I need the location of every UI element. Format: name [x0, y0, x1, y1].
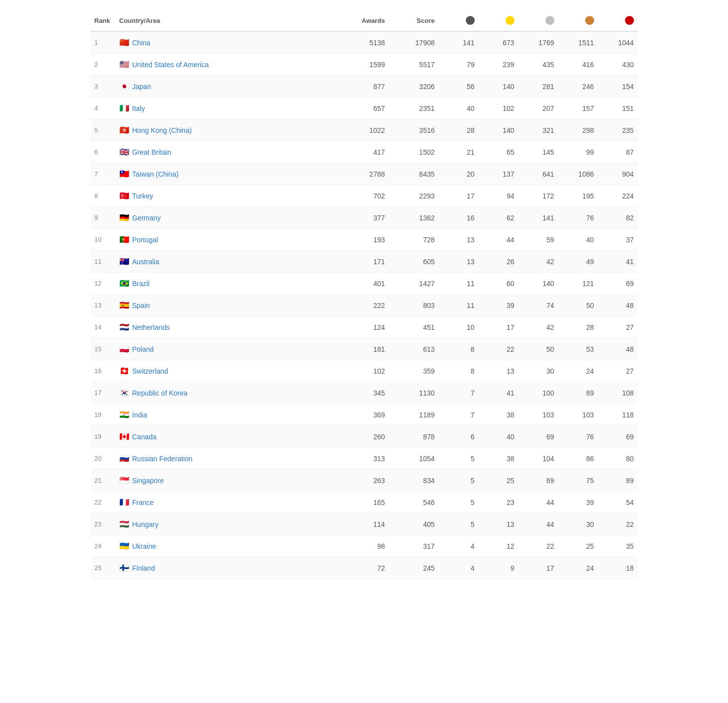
country-name-link[interactable]: Singapore: [132, 477, 164, 485]
m1-cell: 7: [439, 404, 479, 426]
country-cell: 🇹🇷Turkey: [115, 185, 339, 207]
m4-cell: 246: [558, 76, 598, 98]
awards-cell: 1599: [339, 54, 389, 76]
country-name-link[interactable]: Netherlands: [132, 323, 170, 331]
awards-header: Awards: [339, 10, 389, 31]
medal-3-header: [519, 10, 558, 31]
rankings-table-container: Rank Country/Area Awards Score: [91, 0, 638, 589]
awards-cell: 5138: [339, 31, 389, 54]
country-flag: 🇹🇼: [119, 170, 129, 178]
country-name-link[interactable]: Portugal: [132, 236, 158, 244]
m5-cell: 48: [598, 295, 638, 316]
country-name-link[interactable]: Finland: [132, 564, 155, 572]
country-name-link[interactable]: Australia: [132, 258, 159, 266]
m3-cell: 42: [519, 251, 558, 273]
country-name-link[interactable]: Canada: [132, 433, 157, 441]
table-row: 9 🇩🇪Germany 377 1362 16 62 141 76 82: [91, 207, 638, 229]
table-row: 25 🇫🇮Finland 72 245 4 9 17 24 18: [91, 557, 638, 579]
m5-cell: 35: [598, 535, 638, 557]
country-name-link[interactable]: China: [132, 39, 151, 47]
m1-cell: 16: [439, 207, 479, 229]
m1-cell: 11: [439, 295, 479, 316]
score-cell: 3206: [389, 76, 439, 98]
score-cell: 834: [389, 470, 439, 492]
m1-cell: 141: [439, 31, 479, 54]
m2-cell: 23: [479, 492, 519, 513]
rank-cell: 13: [91, 295, 115, 316]
score-cell: 728: [389, 229, 439, 251]
country-name-link[interactable]: Spain: [132, 301, 150, 309]
other-medal-icon: [625, 16, 634, 25]
m3-cell: 172: [519, 185, 558, 207]
m1-cell: 5: [439, 513, 479, 535]
rank-cell: 6: [91, 141, 115, 163]
m1-cell: 10: [439, 316, 479, 338]
m3-cell: 435: [519, 54, 558, 76]
m2-cell: 62: [479, 207, 519, 229]
score-cell: 1362: [389, 207, 439, 229]
country-flag: 🇪🇸: [119, 301, 129, 309]
country-cell: 🇬🇧Great Britain: [115, 141, 339, 163]
country-name-link[interactable]: France: [132, 499, 154, 506]
table-row: 21 🇸🇬Singapore 263 834 5 25 69 75 89: [91, 470, 638, 492]
m1-cell: 13: [439, 229, 479, 251]
score-cell: 1427: [389, 273, 439, 295]
m3-cell: 69: [519, 470, 558, 492]
country-name-link[interactable]: Great Britain: [132, 148, 172, 156]
m2-cell: 13: [479, 513, 519, 535]
country-name-link[interactable]: Republic of Korea: [132, 389, 188, 397]
m5-cell: 904: [598, 163, 638, 185]
table-row: 13 🇪🇸Spain 222 803 11 39 74 50 48: [91, 295, 638, 316]
country-name-link[interactable]: Switzerland: [132, 367, 168, 375]
country-flag: 🇷🇺: [119, 454, 129, 463]
m1-cell: 5: [439, 492, 479, 513]
country-name-link[interactable]: Turkey: [132, 192, 153, 200]
medal-2-header: [479, 10, 519, 31]
rank-cell: 5: [91, 119, 115, 141]
country-name-link[interactable]: Taiwan (China): [132, 170, 179, 178]
table-row: 10 🇵🇹Portugal 193 728 13 44 59 40 37: [91, 229, 638, 251]
rank-cell: 16: [91, 360, 115, 382]
country-flag: 🇺🇸: [119, 60, 129, 69]
country-cell: 🇨🇭Switzerland: [115, 360, 339, 382]
country-name-link[interactable]: Germany: [132, 214, 161, 222]
country-name-link[interactable]: Poland: [132, 345, 154, 353]
rank-cell: 19: [91, 426, 115, 448]
country-name-link[interactable]: Ukraine: [132, 542, 156, 550]
country-cell: 🇭🇺Hungary: [115, 513, 339, 535]
m4-cell: 24: [558, 557, 598, 579]
m3-cell: 100: [519, 382, 558, 404]
country-cell: 🇧🇷Brazil: [115, 273, 339, 295]
score-cell: 245: [389, 557, 439, 579]
table-row: 19 🇨🇦Canada 260 878 6 40 69 76 69: [91, 426, 638, 448]
awards-cell: 313: [339, 448, 389, 470]
m5-cell: 224: [598, 185, 638, 207]
country-name-link[interactable]: Japan: [132, 83, 151, 91]
country-name-link[interactable]: Brazil: [132, 280, 150, 288]
country-name-link[interactable]: Hungary: [132, 520, 159, 528]
country-name-link[interactable]: Italy: [132, 104, 145, 112]
m1-cell: 56: [439, 76, 479, 98]
awards-cell: 1022: [339, 119, 389, 141]
m4-cell: 89: [558, 382, 598, 404]
bronze-medal-icon: [585, 16, 594, 25]
m3-cell: 104: [519, 448, 558, 470]
country-name-link[interactable]: India: [132, 411, 147, 419]
country-name-link[interactable]: Russian Federation: [132, 455, 193, 463]
country-cell: 🇰🇷Republic of Korea: [115, 382, 339, 404]
country-name-link[interactable]: United States of America: [132, 61, 209, 69]
m1-cell: 11: [439, 273, 479, 295]
country-flag: 🇨🇭: [119, 367, 129, 375]
rank-cell: 7: [91, 163, 115, 185]
country-name-link[interactable]: Hong Kong (China): [132, 126, 192, 134]
country-cell: 🇫🇮Finland: [115, 557, 339, 579]
country-cell: 🇪🇸Spain: [115, 295, 339, 316]
country-cell: 🇵🇱Poland: [115, 338, 339, 360]
silver-medal-icon: [545, 16, 554, 25]
awards-cell: 401: [339, 273, 389, 295]
awards-cell: 417: [339, 141, 389, 163]
m4-cell: 121: [558, 273, 598, 295]
awards-cell: 702: [339, 185, 389, 207]
awards-cell: 181: [339, 338, 389, 360]
awards-cell: 657: [339, 98, 389, 119]
